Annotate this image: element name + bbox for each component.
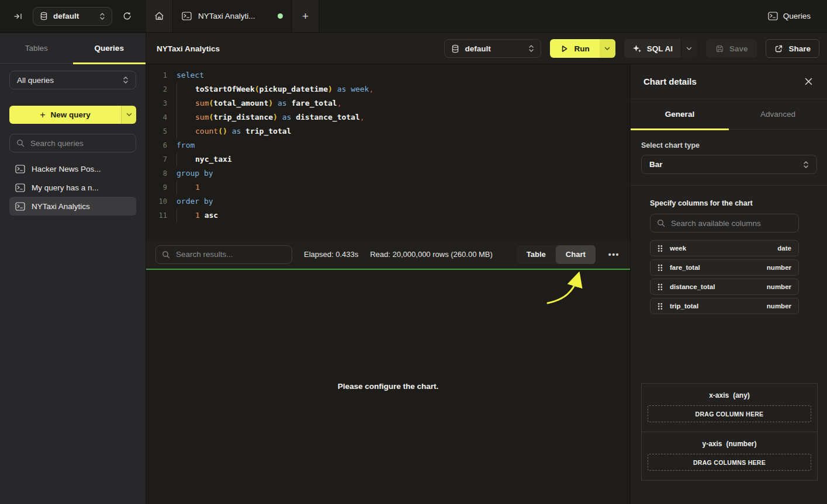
rows-read-stats: Read: 20,000,000 rows (260.00 MB) [370,250,493,259]
sql-editor[interactable]: 1select2toStartOfWeek(pickup_datetime) a… [146,64,630,240]
search-icon [162,251,170,259]
share-icon [774,44,783,53]
query-list-item[interactable]: NYTaxi Analytics [9,197,136,215]
run-button[interactable]: Run [550,39,599,58]
editor-header: NYTaxi Analytics default Run SQL AI [146,33,827,64]
collapse-sidebar-icon[interactable] [11,9,26,24]
code-line[interactable]: 3sum(total_amount) as fare_total, [146,96,630,110]
column-chip[interactable]: distance_totalnumber [650,279,799,295]
results-search [155,245,292,264]
drag-handle-icon[interactable] [658,264,663,272]
elapsed-time: Elapsed: 0.433s [304,250,358,259]
chevron-updown-icon [123,76,129,84]
query-search-input[interactable] [29,138,129,148]
column-chip[interactable]: fare_totalnumber [650,259,799,276]
line-number: 1 [152,68,167,82]
save-icon [715,44,724,53]
search-icon [657,219,665,227]
tab-tables[interactable]: Tables [0,33,73,63]
results-toolbar: Elapsed: 0.433s Read: 20,000,000 rows (2… [146,240,630,269]
query-list-item-label: NYTaxi Analytics [32,202,90,211]
share-button[interactable]: Share [766,39,819,58]
code-line[interactable]: 7nyc_taxi [146,152,630,166]
chevron-down-icon [604,47,610,51]
refresh-icon[interactable] [119,9,134,24]
chevron-updown-icon [99,12,105,20]
top-bar-right: Queries [319,0,827,32]
chart-type-selector[interactable]: Bar [641,155,817,174]
axes-container: x-axis(any)DRAG COLUMN HEREy-axis(number… [641,383,818,481]
axis-label: y-axis(number) [648,440,811,448]
line-number: 8 [152,166,167,180]
code-line[interactable]: 2toStartOfWeek(pickup_datetime) as week, [146,82,630,96]
chart-canvas: Please configure the chart. [146,270,630,504]
top-bar: default NYTaxi Analyti... + Queries [0,0,827,33]
sql-ai-options-button[interactable] [681,39,697,58]
line-number: 6 [152,138,167,152]
sql-ai-button[interactable]: SQL AI [624,39,681,58]
save-button[interactable]: Save [706,39,757,58]
y-axis-dropzone[interactable]: DRAG COLUMNS HERE [648,454,811,471]
column-chip[interactable]: trip_totalnumber [650,298,799,314]
drag-handle-icon[interactable] [658,245,663,252]
close-icon[interactable] [805,78,812,85]
code-line[interactable]: 111 asc [146,208,630,223]
tab-general[interactable]: General [631,99,729,129]
query-filter-dropdown[interactable]: All queries [9,71,136,89]
search-icon [16,139,25,147]
chevron-down-icon [686,47,692,51]
view-toggle-table[interactable]: Table [517,245,556,264]
x-axis-dropzone[interactable]: DRAG COLUMN HERE [648,405,811,422]
column-name: week [670,245,686,252]
query-tab-title: NYTaxi Analyti... [198,12,271,20]
column-chip[interactable]: weekdate [650,240,799,256]
drag-handle-icon[interactable] [658,283,663,291]
save-button-label: Save [729,44,748,53]
code-line[interactable]: 10order by [146,194,630,208]
chart-type-section: Select chart type Bar [631,130,827,186]
column-name: distance_total [670,283,715,290]
drag-handle-icon[interactable] [658,303,663,310]
columns-search-input[interactable] [670,218,792,228]
sidebar-body: All queries + New query Hacker News Pos.… [0,64,146,215]
sidebar: Tables Queries All queries + New query [0,33,146,504]
new-query-dropdown-button[interactable] [121,106,136,124]
x-axis-section: x-axis(any)DRAG COLUMN HERE [642,384,817,432]
code-line[interactable]: 5count() as trip_total [146,124,630,138]
home-button[interactable] [146,0,173,32]
more-options-icon[interactable]: ••• [607,250,621,259]
view-toggle-chart[interactable]: Chart [556,245,596,264]
new-query-button[interactable]: + New query [9,106,121,124]
chevron-updown-icon [528,44,534,53]
column-name: fare_total [670,264,700,271]
code-line[interactable]: 4sum(trip_distance) as distance_total, [146,110,630,124]
code-line[interactable]: 8group by [146,166,630,180]
terminal-icon [15,202,25,211]
panel-header: Chart details [631,64,827,99]
query-list: Hacker News Pos...My query has a n...NYT… [9,159,136,215]
code-line[interactable]: 91 [146,180,630,194]
home-icon [154,11,164,21]
line-number: 11 [152,208,167,223]
code-line[interactable]: 1select [146,68,630,82]
new-tab-button[interactable]: + [292,0,319,32]
run-database-selector[interactable]: default [444,39,541,58]
tab-advanced[interactable]: Advanced [729,99,827,129]
query-list-item[interactable]: Hacker News Pos... [9,159,136,178]
query-tab[interactable]: NYTaxi Analyti... [173,0,292,32]
tab-queries[interactable]: Queries [73,33,146,63]
query-list-item[interactable]: My query has a n... [9,178,136,197]
page-title: NYTaxi Analytics [157,44,220,53]
line-number: 9 [152,180,167,194]
query-list-item-label: Hacker News Pos... [32,165,101,173]
results-search-input[interactable] [175,249,286,259]
queries-button[interactable]: Queries [768,12,811,20]
run-options-button[interactable] [600,39,615,58]
database-selector[interactable]: default [33,7,112,26]
new-query-label: New query [51,110,91,119]
column-type: number [767,303,791,310]
code-line[interactable]: 6from [146,138,630,152]
axis-label: x-axis(any) [648,391,811,399]
panel-tabs: General Advanced [631,99,827,130]
chart-details-panel: Chart details General Advanced Select ch… [630,64,827,504]
